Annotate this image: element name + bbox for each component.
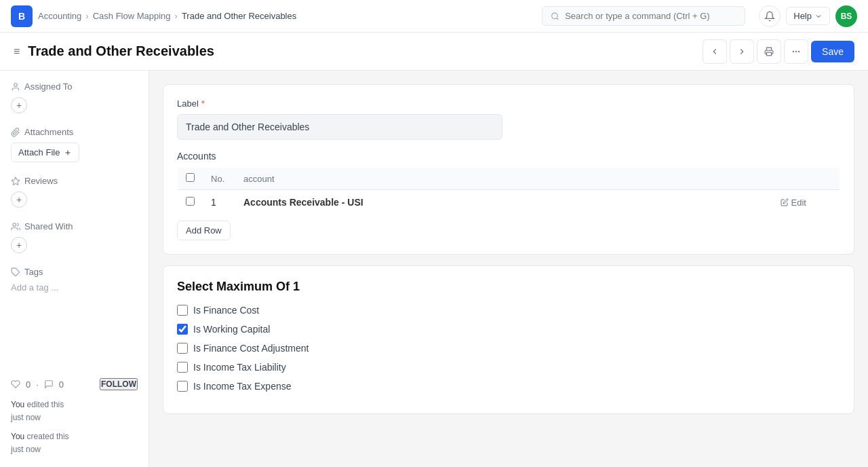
tags-section: Tags Add a tag ... xyxy=(11,267,138,293)
nav-actions: Help BS xyxy=(759,5,857,27)
chevron-right-icon xyxy=(737,47,747,56)
row-checkbox[interactable] xyxy=(186,197,195,206)
table-row: 1 Accounts Receivable - USI Edit xyxy=(178,190,840,215)
option-checkbox-1[interactable] xyxy=(177,324,188,335)
chevron-down-icon xyxy=(814,12,823,20)
row-account: Accounts Receivable - USI xyxy=(235,190,772,215)
add-tag-placeholder[interactable]: Add a tag ... xyxy=(11,282,138,293)
ellipsis-icon xyxy=(791,47,801,56)
plus-icon xyxy=(64,149,72,157)
heart-icon xyxy=(11,379,20,389)
attachments-section: Attachments Attach File xyxy=(11,127,138,162)
row-checkbox-cell xyxy=(178,190,203,215)
breadcrumb-accounting[interactable]: Accounting xyxy=(38,11,81,21)
page-title: Trade and Other Receivables xyxy=(28,43,703,59)
follow-button[interactable]: FOLLOW xyxy=(100,378,138,390)
col-checkbox xyxy=(178,168,203,190)
page-header: ≡ Trade and Other Receivables Save xyxy=(0,33,868,71)
shared-with-title: Shared With xyxy=(11,221,138,231)
row-edit-cell: Edit xyxy=(772,190,840,215)
notifications-button[interactable] xyxy=(759,5,781,27)
add-assigned-button[interactable]: + xyxy=(11,97,27,113)
row-no: 1 xyxy=(203,190,235,215)
option-item: Is Income Tax Expense xyxy=(177,381,840,392)
activity-item-1: You edited thisjust now xyxy=(11,398,138,424)
bell-icon xyxy=(764,11,775,22)
assigned-to-title: Assigned To xyxy=(11,81,138,92)
breadcrumb-sep-2: › xyxy=(175,11,178,21)
printer-icon xyxy=(764,47,774,56)
svg-point-2 xyxy=(793,51,793,52)
assigned-to-section: Assigned To + xyxy=(11,81,138,113)
add-review-button[interactable]: + xyxy=(11,191,27,208)
breadcrumb-sep-1: › xyxy=(85,11,88,21)
label-accounts-card: Label * Trade and Other Receivables Acco… xyxy=(163,84,854,255)
search-input[interactable] xyxy=(565,11,736,21)
option-item: Is Finance Cost xyxy=(177,305,840,316)
select-max-card: Select Maximum Of 1 Is Finance CostIs Wo… xyxy=(163,265,854,414)
svg-marker-8 xyxy=(12,177,20,185)
star-icon xyxy=(11,176,20,186)
option-item: Is Working Capital xyxy=(177,324,840,335)
next-button[interactable] xyxy=(730,39,754,64)
accounts-title: Accounts xyxy=(177,151,840,162)
top-nav: B Accounting › Cash Flow Mapping › Trade… xyxy=(0,0,868,33)
print-button[interactable] xyxy=(757,39,781,64)
main-layout: Assigned To + Attachments Attach File Re… xyxy=(0,71,868,467)
more-options-button[interactable] xyxy=(784,39,808,64)
menu-icon[interactable]: ≡ xyxy=(14,45,20,58)
select-max-title: Select Maximum Of 1 xyxy=(177,280,840,294)
col-no-header: No. xyxy=(203,168,235,190)
option-label: Is Finance Cost xyxy=(193,305,259,316)
search-icon xyxy=(551,12,559,21)
add-row-button[interactable]: Add Row xyxy=(177,221,231,240)
pencil-icon xyxy=(781,198,789,206)
prev-button[interactable] xyxy=(703,39,727,64)
chevron-left-icon xyxy=(710,47,719,56)
paperclip-icon xyxy=(11,128,20,137)
option-label: Is Finance Cost Adjustment xyxy=(193,343,309,354)
activity-log: You edited thisjust now You created this… xyxy=(11,398,138,456)
shared-with-section: Shared With + xyxy=(11,221,138,253)
label-input[interactable]: Trade and Other Receivables xyxy=(177,114,502,140)
option-checkbox-4[interactable] xyxy=(177,381,188,392)
tag-icon xyxy=(11,267,20,277)
avatar[interactable]: BS xyxy=(835,5,857,27)
option-label: Is Working Capital xyxy=(193,324,270,335)
tags-title: Tags xyxy=(11,267,138,277)
select-all-checkbox[interactable] xyxy=(186,173,195,182)
option-checkbox-0[interactable] xyxy=(177,305,188,316)
option-label: Is Income Tax Expense xyxy=(193,381,291,392)
reactions-bar: 0 · 0 FOLLOW xyxy=(11,378,138,390)
breadcrumb-current: Trade and Other Receivables xyxy=(182,11,296,21)
svg-point-5 xyxy=(14,83,18,86)
help-button[interactable]: Help xyxy=(786,7,830,25)
attachments-title: Attachments xyxy=(11,127,138,137)
required-indicator: * xyxy=(201,98,205,109)
accounts-table-body: 1 Accounts Receivable - USI Edit xyxy=(178,190,840,215)
sidebar-footer: 0 · 0 FOLLOW You edited thisjust now You… xyxy=(11,378,138,456)
app-logo[interactable]: B xyxy=(11,5,33,27)
option-checkbox-2[interactable] xyxy=(177,343,188,354)
breadcrumb-cash-flow[interactable]: Cash Flow Mapping xyxy=(93,11,171,21)
svg-rect-1 xyxy=(767,52,772,56)
save-button[interactable]: Save xyxy=(811,41,854,62)
svg-point-9 xyxy=(13,223,16,226)
svg-point-0 xyxy=(552,13,558,19)
option-checkbox-3[interactable] xyxy=(177,362,188,373)
activity-item-2: You created thisjust now xyxy=(11,430,138,456)
header-actions: Save xyxy=(703,39,854,64)
col-actions-header xyxy=(772,168,840,190)
reviews-title: Reviews xyxy=(11,176,138,186)
attach-file-button[interactable]: Attach File xyxy=(11,143,79,162)
edit-row-button[interactable]: Edit xyxy=(781,198,806,208)
comment-icon xyxy=(44,379,54,389)
svg-point-4 xyxy=(799,51,800,52)
accounts-table: No. account 1 Accounts Receivable - USI … xyxy=(177,167,840,215)
main-content: Label * Trade and Other Receivables Acco… xyxy=(149,71,868,467)
search-bar[interactable] xyxy=(542,6,745,26)
svg-point-3 xyxy=(795,51,796,52)
table-header-row: No. account xyxy=(178,168,840,190)
sidebar: Assigned To + Attachments Attach File Re… xyxy=(0,71,149,467)
add-shared-button[interactable]: + xyxy=(11,237,27,253)
